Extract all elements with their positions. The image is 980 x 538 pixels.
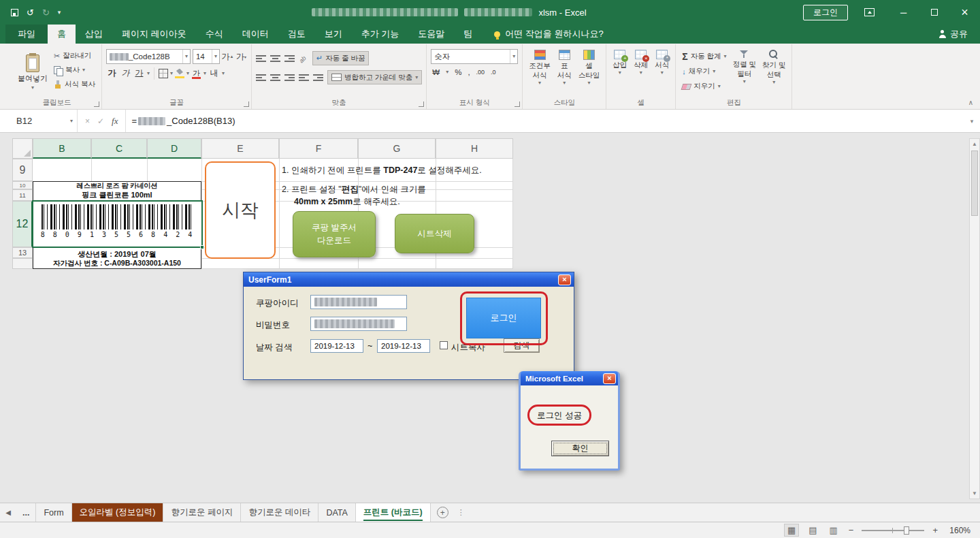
wrap-text-button[interactable]: ↵ 자동 줄 바꿈 bbox=[312, 51, 370, 65]
delete-sheet-button[interactable]: 시트삭제 bbox=[395, 214, 474, 253]
fill-color-icon[interactable] bbox=[175, 69, 184, 78]
table-dropdown-icon[interactable]: ▾ bbox=[563, 80, 566, 86]
format-cells-button[interactable]: 서식 ▾ bbox=[653, 47, 671, 98]
orientation-icon[interactable]: ab bbox=[297, 52, 309, 64]
format-as-table-button[interactable]: 표 서식 ▾ bbox=[555, 47, 574, 98]
coupang-id-field[interactable] bbox=[310, 295, 407, 309]
cond-dropdown-icon[interactable]: ▾ bbox=[538, 80, 541, 86]
font-color-button[interactable]: 가 bbox=[191, 68, 201, 79]
sheet-tab-print-barcode[interactable]: 프린트 (바코드) bbox=[356, 503, 431, 522]
tell-me-box[interactable]: 어떤 작업을 원하시나요? bbox=[494, 25, 603, 44]
tab-scroll-splitter-icon[interactable]: ⋮ bbox=[455, 503, 468, 522]
zoom-out-button[interactable]: − bbox=[847, 525, 855, 535]
userform-titlebar[interactable]: UserForm1 × bbox=[244, 272, 574, 287]
delete-cells-button[interactable]: 삭제 ▾ bbox=[632, 47, 650, 98]
name-box[interactable]: B12 ▾ bbox=[12, 110, 78, 132]
enter-entry-icon[interactable]: ✓ bbox=[97, 116, 104, 126]
delete-dropdown-icon[interactable]: ▾ bbox=[640, 70, 642, 76]
conditional-formatting-button[interactable]: 조건부 서식 ▾ bbox=[527, 47, 553, 98]
tab-review[interactable]: 검토 bbox=[278, 25, 315, 44]
scroll-down-icon[interactable]: ▼ bbox=[970, 488, 979, 499]
name-box-dropdown-icon[interactable]: ▾ bbox=[70, 118, 73, 124]
font-name-dropdown-icon[interactable]: ▾ bbox=[182, 50, 190, 63]
maximize-button[interactable] bbox=[919, 0, 949, 25]
increase-decimal-button[interactable]: .00 bbox=[476, 69, 485, 76]
column-header-D[interactable]: D bbox=[147, 138, 201, 159]
zoom-slider-thumb[interactable] bbox=[904, 526, 909, 535]
share-button[interactable]: 공유 bbox=[938, 25, 968, 44]
expand-formula-bar-icon[interactable]: ▾ bbox=[964, 110, 980, 132]
row-header-12[interactable]: 12 bbox=[12, 201, 33, 247]
qat-customize-arrow-icon[interactable]: ▾ bbox=[58, 9, 61, 16]
page-break-view-button[interactable]: ▥ bbox=[827, 524, 840, 536]
insert-dropdown-icon[interactable]: ▾ bbox=[619, 70, 621, 76]
sheet-copy-checkbox[interactable] bbox=[440, 341, 448, 349]
phonetic-guide-button[interactable]: 내 bbox=[208, 67, 220, 80]
font-size-combo[interactable]: 14 ▾ bbox=[193, 49, 220, 64]
font-dialog-launcher-icon[interactable] bbox=[244, 101, 249, 107]
accounting-format-button[interactable]: ₩ bbox=[432, 68, 440, 76]
row-header-partial[interactable] bbox=[12, 258, 33, 269]
decrease-decimal-button[interactable]: .0 bbox=[491, 69, 496, 76]
vertical-scrollbar[interactable]: ▲ ▼ bbox=[969, 138, 980, 499]
formula-input[interactable]: = _Code128B(B13) bbox=[126, 110, 964, 132]
coupang-order-download-button[interactable]: 쿠팡 발주서 다운로드 bbox=[293, 211, 376, 257]
increase-indent-icon[interactable] bbox=[313, 74, 323, 82]
column-header-C[interactable]: C bbox=[91, 138, 147, 159]
fill-button[interactable]: ↓채우기▾ bbox=[680, 65, 728, 78]
borders-dropdown-icon[interactable]: ▾ bbox=[170, 71, 173, 76]
titlebar-login-button[interactable]: 로그인 bbox=[803, 5, 848, 20]
decrease-indent-icon[interactable] bbox=[299, 74, 309, 82]
sheet-tab-data[interactable]: DATA bbox=[318, 503, 355, 522]
tab-home[interactable]: 홈 bbox=[48, 25, 76, 44]
tab-help[interactable]: 도움말 bbox=[408, 25, 454, 44]
tab-view[interactable]: 보기 bbox=[315, 25, 352, 44]
cellstyle-dropdown-icon[interactable]: ▾ bbox=[588, 80, 591, 86]
align-center-icon[interactable] bbox=[270, 74, 280, 82]
date-to-field[interactable]: 2019-12-13 bbox=[377, 339, 430, 353]
select-all-corner[interactable] bbox=[12, 138, 33, 159]
number-format-combo[interactable]: 숫자 ▾ bbox=[431, 49, 518, 64]
tab-addins[interactable]: 추가 기능 bbox=[352, 25, 409, 44]
find-select-button[interactable]: 찾기 및 선택 ▾ bbox=[760, 47, 787, 98]
minimize-button[interactable]: ─ bbox=[888, 0, 919, 25]
password-field[interactable] bbox=[310, 317, 407, 331]
autosum-button[interactable]: Σ자동 합계▾ bbox=[680, 50, 728, 63]
percent-style-button[interactable]: % bbox=[455, 68, 461, 76]
comma-style-button[interactable]: , bbox=[468, 68, 470, 76]
tab-page-layout[interactable]: 페이지 레이아웃 bbox=[112, 25, 196, 44]
userform-login-button[interactable]: 로그인 bbox=[466, 298, 541, 338]
align-top-right-icon[interactable] bbox=[284, 54, 295, 63]
sheet-tab-more[interactable]: ... bbox=[16, 503, 36, 522]
scroll-up-icon[interactable]: ▲ bbox=[970, 139, 979, 149]
tab-insert[interactable]: 삽입 bbox=[76, 25, 112, 44]
cut-button[interactable]: ✂잘라내기 bbox=[52, 49, 97, 63]
tab-formulas[interactable]: 수식 bbox=[196, 25, 233, 44]
sort-filter-button[interactable]: 정렬 및 필터 ▾ bbox=[731, 47, 758, 98]
clear-dropdown-icon[interactable]: ▾ bbox=[718, 84, 721, 89]
undo-icon[interactable]: ↺ bbox=[27, 7, 34, 18]
fill-color-dropdown-icon[interactable]: ▾ bbox=[186, 71, 189, 76]
save-icon[interactable] bbox=[11, 9, 18, 16]
insert-function-icon[interactable]: fx bbox=[112, 116, 118, 127]
format-cells-dropdown-icon[interactable]: ▾ bbox=[661, 70, 664, 76]
insert-cells-button[interactable]: 삽입 ▾ bbox=[610, 47, 629, 98]
paste-dropdown-icon[interactable]: ▾ bbox=[31, 85, 34, 91]
new-sheet-button[interactable]: + bbox=[437, 507, 448, 518]
paste-button[interactable]: 붙여넣기 ▾ bbox=[16, 47, 49, 98]
accounting-dropdown-icon[interactable]: ▾ bbox=[446, 69, 448, 75]
ribbon-display-options-icon[interactable] bbox=[864, 8, 875, 16]
copy-button[interactable]: 복사▾ bbox=[52, 63, 97, 77]
column-header-H[interactable]: H bbox=[436, 138, 513, 159]
autosum-dropdown-icon[interactable]: ▾ bbox=[724, 54, 727, 59]
row-header-13[interactable]: 13 bbox=[12, 247, 33, 258]
normal-view-button[interactable]: ▦ bbox=[784, 524, 799, 537]
font-name-combo[interactable]: _Code128B ▾ bbox=[106, 49, 191, 64]
merge-center-button[interactable]: 병합하고 가운데 맞춤 ▾ bbox=[327, 70, 422, 84]
font-color-dropdown-icon[interactable]: ▾ bbox=[203, 71, 206, 76]
userform-close-button[interactable]: × bbox=[558, 274, 571, 285]
sheet-nav-left-icon[interactable]: ◀ bbox=[0, 503, 16, 522]
find-dropdown-icon[interactable]: ▾ bbox=[772, 80, 775, 85]
column-header-B[interactable]: B bbox=[33, 138, 91, 159]
tab-team[interactable]: 팀 bbox=[454, 25, 482, 44]
